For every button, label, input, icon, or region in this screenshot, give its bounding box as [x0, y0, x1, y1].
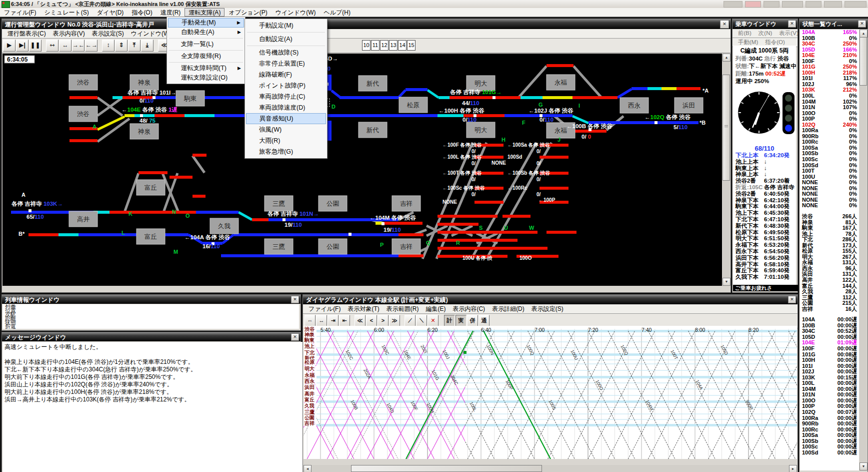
board-menu-item-0[interactable]: 運行盤表示(C)	[4, 30, 50, 38]
diagram-menu-item-4[interactable]: 表示内容(C)	[449, 305, 488, 313]
track-segment[interactable]	[438, 215, 498, 218]
ride-menu-表示(V)[interactable]: 表示(V)	[776, 30, 802, 38]
ride-schedule-row[interactable]: 折返:105C各停 吉祥寺	[733, 184, 796, 191]
ride-schedule-row[interactable]: 松原下本6:49:50発	[733, 229, 796, 236]
board-track-number-14[interactable]: 14	[398, 40, 406, 51]
status-load-row[interactable]: 100L0%	[800, 93, 859, 99]
diagram-toggle-通[interactable]: 通	[478, 315, 490, 327]
train-label[interactable]: ←100H 各停 渋谷	[438, 108, 484, 114]
ride-schedule-row[interactable]: 西永下本6:54:50発	[733, 248, 796, 255]
board-tool-8[interactable]: ⇕	[115, 40, 128, 52]
board-tool-1[interactable]: ▶|	[16, 40, 28, 52]
train-position-tick[interactable]	[28, 209, 32, 212]
track-segment[interactable]	[78, 233, 188, 236]
track-segment[interactable]	[138, 171, 168, 174]
submenu-item-2[interactable]: 自動設定(A)	[246, 34, 326, 45]
status-passenger-row[interactable]: 吉祥16人	[800, 306, 859, 312]
train-label[interactable]: 0/	[536, 177, 541, 182]
train-label[interactable]: 0/110	[140, 98, 154, 104]
train-label[interactable]: 各停 吉祥寺 103K→	[11, 201, 63, 207]
track-segment[interactable]	[110, 211, 170, 214]
diagram-toggle-併[interactable]: 併	[467, 315, 478, 327]
track-segment[interactable]	[70, 139, 98, 142]
board-tool-2[interactable]: ❚❚	[29, 40, 42, 52]
app-menu-item-8[interactable]: ヘルプ(H)	[320, 8, 355, 17]
track-segment[interactable]	[572, 96, 618, 99]
station-box-公園[interactable]: 公園	[318, 239, 347, 254]
diagram-toggle-計[interactable]: 計	[444, 315, 455, 327]
board-menu-item-2[interactable]: 表示設定(S)	[88, 30, 128, 38]
status-load-row[interactable]: 104E210%	[800, 53, 859, 59]
scroll-up-icon[interactable]: ▲	[860, 30, 868, 38]
status-load-row[interactable]: 101N107%	[800, 105, 859, 111]
diagram-tool-3[interactable]: ⇤	[339, 315, 350, 327]
submenu-item-8[interactable]: 車両故障停止(C)	[246, 91, 326, 102]
track-segment[interactable]	[192, 154, 206, 157]
app-menu-item-1[interactable]: シミュレート(S)	[40, 8, 92, 17]
train-position-tick[interactable]	[654, 121, 658, 124]
submenu-item-0[interactable]: 手動設定(M)	[246, 20, 326, 31]
train-label[interactable]: ←100Rc	[508, 185, 528, 191]
train-label[interactable]: ←100Sa 各停 渋谷	[508, 142, 550, 148]
track-segment[interactable]	[340, 96, 398, 99]
train-position-tick[interactable]	[382, 222, 384, 225]
train-label[interactable]: 19/110	[284, 222, 302, 228]
track-segment[interactable]	[58, 233, 78, 236]
app-menu-item-6[interactable]: オプション(P)	[224, 8, 271, 17]
train-label[interactable]: ←104E 各停 渋谷 1遅	[122, 107, 178, 113]
train-position-tick[interactable]	[282, 218, 286, 221]
board-tool-9[interactable]: ⤒	[128, 40, 140, 52]
track-segment[interactable]	[196, 211, 238, 214]
train-label[interactable]: NONE	[442, 199, 457, 205]
station-box-渋谷[interactable]: 渋谷	[69, 75, 98, 90]
train-label[interactable]: ←102J 各停 渋谷	[528, 108, 574, 114]
diagram-tool-4[interactable]: ≪	[354, 315, 366, 327]
track-segment[interactable]	[70, 96, 98, 99]
track-segment[interactable]	[124, 114, 134, 117]
status-load-row[interactable]: 100Sc0%	[800, 157, 859, 163]
train-label[interactable]: 19/110	[384, 227, 401, 233]
submenu-item-13[interactable]: 旅客急増(G)	[246, 146, 326, 157]
dropdown-item-3[interactable]: 支障一覧(L)	[168, 40, 244, 49]
diagram-menu-item-5[interactable]: 表示詳細(D)	[488, 305, 528, 313]
status-delay-row[interactable]: 102J00:00遅	[800, 369, 859, 375]
message-window-titlebar[interactable]: メッセージウインドウ ✕	[2, 332, 300, 341]
station-box-三鷹[interactable]: 三鷹	[264, 239, 293, 254]
train-label[interactable]: 0/	[472, 149, 476, 154]
train-label[interactable]: 100O	[520, 255, 532, 261]
ride-schedule-row[interactable]: 下北上本6:34:20発	[733, 152, 796, 159]
dropdown-item-0[interactable]: 手動発生(M)▶	[168, 18, 244, 28]
board-tool-6[interactable]: ←→	[85, 40, 98, 52]
submenu-item-7[interactable]: ポイント故障(P)	[246, 80, 326, 91]
board-tool-4[interactable]: ↔	[59, 40, 72, 52]
track-segment[interactable]	[632, 87, 648, 90]
ride-schedule-row[interactable]: 下北下本6:47:10発	[733, 216, 796, 223]
status-delay-row[interactable]: 100Sd00:00遅	[800, 450, 859, 456]
train-label[interactable]: ←100T 各停 渋谷	[442, 170, 482, 176]
track-segment[interactable]	[252, 218, 268, 221]
status-passenger-row[interactable]: 下北286人	[800, 237, 859, 243]
scroll-down-icon[interactable]: ▼	[722, 278, 730, 286]
status-delay-row[interactable]: 100H00:00遅	[800, 357, 859, 363]
train-label[interactable]: 5/110	[674, 124, 688, 130]
track-segment[interactable]	[546, 231, 576, 234]
diagram-tool-6[interactable]: >	[378, 315, 388, 327]
track-segment[interactable]	[234, 233, 398, 236]
ride-schedule-row[interactable]: 駒東上本↓	[733, 165, 796, 172]
station-box-公園[interactable]: 公園	[318, 196, 347, 211]
app-menu-item-3[interactable]: 指令(O)	[128, 8, 156, 17]
submenu-item-9[interactable]: 車両故障速度(D)	[246, 102, 326, 113]
ride-schedule-row[interactable]: 渋谷2番6:40:50発	[733, 191, 796, 197]
train-label[interactable]: 0/ 0	[582, 134, 591, 140]
close-icon[interactable]: ✕	[788, 296, 796, 303]
train-label[interactable]: 65/110	[26, 214, 44, 220]
app-menu-item-7[interactable]: ウインドウ(W)	[272, 8, 320, 17]
diagram-menu-item-1[interactable]: 表示対象(T)	[344, 305, 382, 313]
train-label[interactable]: ←104M 各停 渋谷	[370, 215, 416, 221]
diagram-tool-2[interactable]: ⇥	[328, 315, 338, 327]
board-menu-item-1[interactable]: 表示内容(V)	[50, 30, 88, 38]
station-box-駒東[interactable]: 駒東	[176, 91, 204, 106]
train-label[interactable]: ←100Sc 各停 渋谷	[442, 185, 485, 191]
train-label[interactable]: 0/	[472, 177, 476, 182]
app-menu-item-4[interactable]: 速度(R)	[156, 8, 185, 17]
